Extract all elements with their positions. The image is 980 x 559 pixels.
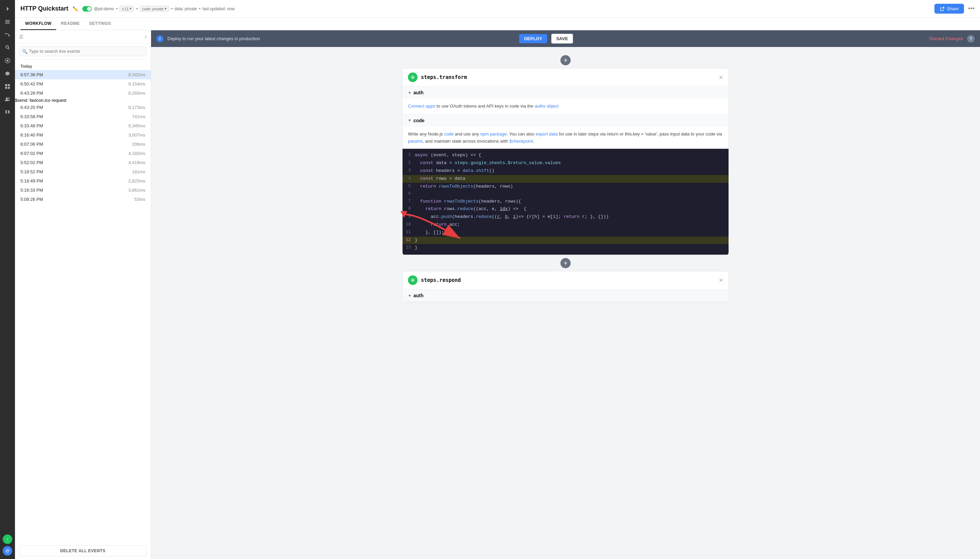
tab-readme[interactable]: README [56,18,84,30]
code-section-content: Write any Node.js code and use any npm p… [403,127,729,149]
event-item[interactable]: 6:16:40 PM 3,007ms [15,131,151,140]
code-line-8: 8 return rows.reduce((acc, e, idx) => { [403,205,729,213]
settings-icon[interactable] [2,68,13,79]
event-sub-label: $send: favicon.ico request [15,98,151,103]
svg-rect-10 [8,87,10,89]
status-green-icon[interactable]: ↑ [3,534,12,544]
tab-settings[interactable]: SETTINGS [84,18,116,30]
more-options-button[interactable]: ••• [968,5,975,12]
respond-auth-section-header[interactable]: ▼ auth [403,289,729,302]
at-icon[interactable]: @ [3,546,12,556]
code-visibility-pill[interactable]: code: private ▾ [140,6,169,12]
svg-rect-8 [8,84,10,86]
search-icon: 🔍 [22,49,28,54]
discard-changes-button[interactable]: Discard Changes [929,36,963,41]
svg-point-11 [6,98,8,99]
event-item[interactable]: 5:18:49 PM 2,825ms [15,176,151,185]
disk-icon[interactable] [2,55,13,66]
connect-apps-link[interactable]: Connect apps [408,104,435,109]
respond-step-header: steps.respond ✕ [403,271,729,289]
svg-rect-9 [5,87,7,89]
add-step-middle-button[interactable]: + [561,258,571,268]
edit-title-icon[interactable]: ✏️ [73,6,78,12]
respond-close-button[interactable]: ✕ [719,277,723,284]
event-item[interactable]: 6:43:20 PM 8,173ms [15,103,151,112]
code-section-header[interactable]: ▼ code [403,114,729,127]
respond-auth-section: ▼ auth [403,289,729,302]
transform-step-card: steps.transform ✕ ▼ auth Connect apps to… [402,68,729,255]
code-line-7: 7 function rowsToObjects(headers, rows){ [403,198,729,206]
help-button[interactable]: ? [967,35,975,43]
event-item[interactable]: 6:57:38 PM 8,342ms [15,70,151,79]
book-icon[interactable] [2,107,13,118]
event-item[interactable]: 6:50:42 PM 9,154ms [15,79,151,89]
auth-section-content: Connect apps to use OAuth tokens and API… [403,99,729,114]
right-panel: i Deploy to run your latest changes in p… [151,30,980,559]
status-toggle[interactable] [82,6,92,12]
workflow-tabs: WORKFLOW README SETTINGS [15,18,980,30]
auth-arrow-icon: ▼ [408,91,411,95]
users-icon[interactable] [2,94,13,105]
transform-close-button[interactable]: ✕ [719,74,723,81]
header-meta: @pd-demo • v.11 ▾ • code: private ▾ • da… [82,6,234,12]
svg-rect-0 [5,20,10,21]
data-visibility: data: private [175,7,197,11]
tab-workflow[interactable]: WORKFLOW [20,18,56,30]
top-header: HTTP Quickstart ✏️ @pd-demo • v.11 ▾ • c… [15,0,980,18]
search-box-container: 🔍 [15,44,151,59]
code-line-6: 6 [403,190,729,197]
svg-rect-2 [5,23,10,23]
checkpoint-link[interactable]: $checkpoint [510,139,533,144]
auth-section-header[interactable]: ▼ auth [403,86,729,99]
npm-package-link[interactable]: npm package [480,131,506,137]
key-icon[interactable] [2,42,13,53]
respond-auth-section-label: auth [413,293,424,298]
respond-step-icon [408,275,417,285]
params-link[interactable]: params [408,139,422,144]
code-line-5: 5 return rowsToObjects(headers, rows) [403,183,729,191]
event-item[interactable]: 6:07:06 PM 206ms [15,140,151,149]
add-step-top-button[interactable]: + [561,55,571,65]
route-icon[interactable] [2,29,13,40]
event-item[interactable]: 5:09:26 PM 53ms [15,195,151,204]
collapse-panel-button[interactable]: ‹ [145,34,147,40]
event-item[interactable]: 5:18:52 PM 181ms [15,167,151,176]
code-editor[interactable]: 1 async (event, steps) => { 2 const data… [403,149,729,255]
main-container: HTTP Quickstart ✏️ @pd-demo • v.11 ▾ • c… [15,0,980,559]
deploy-button[interactable]: DEPLOY [519,34,547,43]
left-panel: ☰ ‹ 🔍 Today 6:57:38 PM 8,342ms 6:50:42 P… [15,30,151,559]
hamburger-icon[interactable]: ☰ [19,34,23,40]
banner-text: Deploy to run your latest changes in pro… [167,36,515,41]
event-item[interactable]: 5:52:02 PM 4,419ms [15,158,151,167]
event-item[interactable]: 6:33:58 PM 741ms [15,112,151,121]
auth-section: ▼ auth Connect apps to use OAuth tokens … [403,86,729,114]
share-button[interactable]: Share [934,4,964,13]
events-list: Today 6:57:38 PM 8,342ms 6:50:42 PM 9,15… [15,59,151,542]
content-area: ☰ ‹ 🔍 Today 6:57:38 PM 8,342ms 6:50:42 P… [15,30,980,559]
auths-object-link[interactable]: auths object [535,104,558,109]
grid-icon[interactable] [2,81,13,92]
icon-sidebar: ↑ @ [0,0,15,559]
layers-icon[interactable] [2,17,13,27]
version-pill[interactable]: v.11 ▾ [119,6,134,12]
code-arrow-icon: ▼ [408,119,411,122]
code-link[interactable]: code [444,131,454,137]
delete-all-events-button[interactable]: DELETE ALL EVENTS [19,546,147,556]
transform-step-title: steps.transform [421,74,467,80]
code-line-12: 12 } [403,237,729,245]
event-item[interactable]: 6:43:28 PM 6,293ms [15,89,151,98]
export-data-link[interactable]: export data [536,131,558,137]
event-item[interactable]: 5:16:33 PM 3,861ms [15,185,151,195]
save-button[interactable]: SAVE [551,34,573,44]
left-panel-header: ☰ ‹ [15,30,151,44]
svg-rect-1 [5,22,10,22]
code-line-4: 4 const rows = data [403,175,729,183]
last-updated: last updated: now [203,7,234,11]
event-item[interactable]: 6:07:02 PM 4,183ms [15,149,151,158]
search-input[interactable] [19,46,147,56]
deploy-banner: i Deploy to run your latest changes in p… [151,30,980,47]
code-line-1: 1 async (event, steps) => { [403,152,729,159]
expand-icon[interactable] [2,3,13,14]
event-item[interactable]: 6:33:48 PM 9,345ms [15,121,151,131]
respond-step-card: steps.respond ✕ ▼ auth [402,271,729,302]
